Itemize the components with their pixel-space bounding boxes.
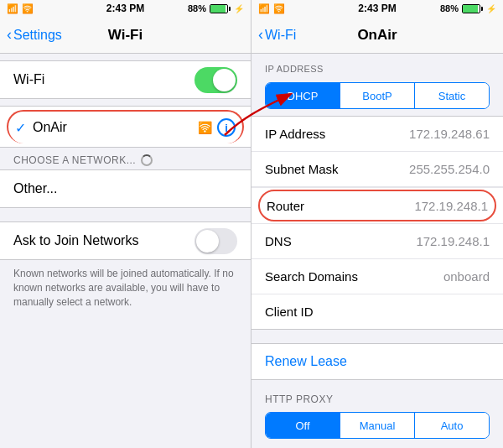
dhcp-tab[interactable]: DHCP bbox=[266, 83, 340, 108]
ip-address-value: 172.19.248.61 bbox=[409, 127, 490, 141]
battery-icon-left bbox=[210, 4, 231, 13]
lightning-icon: ⚡ bbox=[234, 4, 244, 13]
onair-scroll-content: IP ADDRESS DHCP BootP Static IP Address … bbox=[252, 54, 503, 448]
wifi-status-icon: 🛜 bbox=[22, 3, 34, 14]
renew-lease-button[interactable]: Renew Lease bbox=[252, 343, 503, 380]
other-label: Other... bbox=[13, 181, 57, 196]
wifi-nav-title: Wi-Fi bbox=[108, 27, 143, 44]
choose-network-header: CHOOSE A NETWORK... bbox=[0, 148, 251, 169]
chevron-left-icon: ‹ bbox=[7, 26, 12, 44]
proxy-auto-tab[interactable]: Auto bbox=[415, 413, 489, 438]
wifi-back-label: Wi-Fi bbox=[265, 28, 296, 43]
onair-detail-panel: 📶 🛜 2:43 PM 88% ⚡ ‹ Wi-Fi OnAir IP ADDRE… bbox=[252, 0, 503, 448]
proxy-manual-tab[interactable]: Manual bbox=[340, 413, 415, 438]
client-id-label: Client ID bbox=[265, 305, 314, 319]
wifi-toggle-section: Wi-Fi bbox=[0, 60, 251, 99]
status-bar-right: 📶 🛜 2:43 PM 88% ⚡ bbox=[252, 0, 503, 17]
battery-percent-right: 88% bbox=[440, 3, 459, 13]
lightning-icon-right: ⚡ bbox=[486, 4, 496, 13]
onair-info-button[interactable]: i bbox=[217, 118, 236, 137]
onair-right: 🛜 i bbox=[198, 118, 236, 137]
http-proxy-header: HTTP PROXY bbox=[252, 387, 503, 409]
subnet-mask-row: Subnet Mask 255.255.254.0 bbox=[252, 152, 503, 187]
ip-mode-segment[interactable]: DHCP BootP Static bbox=[265, 82, 490, 109]
ip-address-section-label: IP ADDRESS bbox=[252, 60, 503, 76]
loading-spinner bbox=[141, 154, 153, 166]
other-cell[interactable]: Other... bbox=[0, 170, 251, 207]
signal-icon-right: 📶 bbox=[258, 3, 270, 14]
wifi-toggle-cell: Wi-Fi bbox=[0, 61, 251, 98]
dns-row: DNS 172.19.248.1 bbox=[252, 224, 503, 259]
proxy-off-tab[interactable]: Off bbox=[266, 413, 340, 438]
ip-rows-section: IP Address 172.19.248.61 Subnet Mask 255… bbox=[252, 116, 503, 330]
wifi-icon-right: 🛜 bbox=[273, 3, 285, 14]
static-tab[interactable]: Static bbox=[415, 83, 489, 108]
search-domains-row: Search Domains onboard bbox=[252, 259, 503, 294]
ask-join-wrapper: Ask to Join Networks bbox=[0, 221, 251, 260]
router-label: Router bbox=[267, 199, 304, 213]
client-id-row: Client ID bbox=[252, 294, 503, 330]
ask-join-cell: Ask to Join Networks bbox=[0, 222, 251, 259]
onair-label: OnAir bbox=[33, 120, 67, 135]
wifi-strength-icon: 🛜 bbox=[198, 121, 212, 134]
router-row-wrapper: Router 172.19.248.1 bbox=[252, 187, 503, 224]
subnet-mask-label: Subnet Mask bbox=[265, 162, 339, 176]
ip-address-label: IP Address bbox=[265, 127, 325, 141]
ask-join-footnote: Known networks will be joined automatica… bbox=[0, 260, 251, 315]
dns-label: DNS bbox=[265, 234, 292, 248]
wifi-section: Wi-Fi bbox=[0, 60, 251, 99]
wifi-back-button[interactable]: ‹ Wi-Fi bbox=[258, 26, 296, 44]
wifi-toggle[interactable] bbox=[194, 67, 237, 93]
search-domains-label: Search Domains bbox=[265, 269, 358, 284]
battery-percent-left: 88% bbox=[188, 3, 206, 13]
http-proxy-segment[interactable]: Off Manual Auto bbox=[265, 412, 490, 439]
ask-join-label: Ask to Join Networks bbox=[13, 233, 138, 248]
ask-join-toggle[interactable] bbox=[194, 228, 237, 254]
wifi-nav-bar: ‹ Settings Wi-Fi bbox=[0, 17, 251, 54]
other-network-section: Other... bbox=[0, 169, 251, 208]
time-left: 2:43 PM bbox=[106, 3, 144, 14]
battery-icon-right bbox=[462, 4, 483, 13]
onair-wrapper: ✓ OnAir 🛜 i bbox=[0, 106, 251, 148]
signal-icon: 📶 bbox=[7, 3, 18, 14]
onair-nav-bar: ‹ Wi-Fi OnAir bbox=[252, 17, 503, 54]
chevron-left-icon-right: ‹ bbox=[258, 26, 263, 44]
wifi-settings-panel: 📶 🛜 2:43 PM 88% ⚡ ‹ Settings Wi-Fi W bbox=[0, 0, 252, 448]
search-domains-value: onboard bbox=[443, 269, 490, 284]
router-row: Router 172.19.248.1 bbox=[258, 190, 496, 221]
ask-join-section: Ask to Join Networks Known networks will… bbox=[0, 221, 251, 315]
ip-address-row: IP Address 172.19.248.61 bbox=[252, 117, 503, 152]
settings-back-label: Settings bbox=[13, 28, 62, 43]
subnet-mask-value: 255.255.254.0 bbox=[409, 162, 490, 176]
onair-left: ✓ OnAir bbox=[15, 120, 67, 136]
bootp-tab[interactable]: BootP bbox=[340, 83, 415, 108]
choose-network-label: CHOOSE A NETWORK... bbox=[13, 154, 136, 166]
onair-section: ✓ OnAir 🛜 i bbox=[0, 106, 251, 148]
onair-cell[interactable]: ✓ OnAir 🛜 i bbox=[7, 110, 244, 143]
status-bar-left: 📶 🛜 2:43 PM 88% ⚡ bbox=[0, 0, 251, 17]
router-value: 172.19.248.1 bbox=[414, 199, 488, 213]
time-right: 2:43 PM bbox=[358, 3, 396, 14]
wifi-label: Wi-Fi bbox=[13, 72, 44, 87]
settings-back-button[interactable]: ‹ Settings bbox=[7, 26, 62, 44]
checkmark-icon: ✓ bbox=[15, 120, 26, 136]
dns-value: 172.19.248.1 bbox=[416, 234, 490, 248]
onair-nav-title: OnAir bbox=[357, 27, 397, 44]
